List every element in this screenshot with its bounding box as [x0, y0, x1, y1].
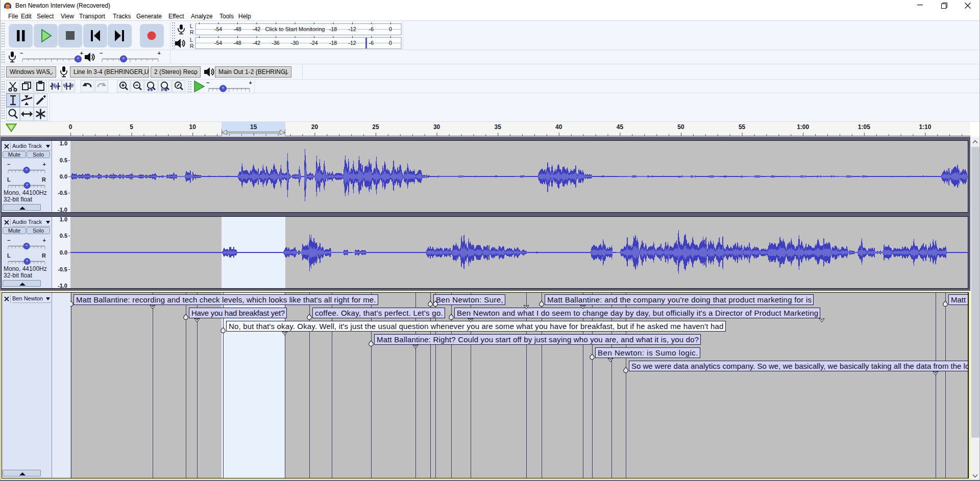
- svg-text:-36: -36: [272, 40, 279, 46]
- svg-text:15: 15: [250, 123, 257, 131]
- svg-text:-42: -42: [253, 26, 260, 32]
- svg-text:+: +: [80, 50, 83, 56]
- svg-text:+: +: [249, 80, 252, 86]
- svg-text:+: +: [43, 162, 46, 167]
- svg-text:30: 30: [433, 123, 440, 131]
- svg-text:−: −: [206, 80, 209, 86]
- svg-text:-12: -12: [348, 26, 356, 32]
- svg-text:5: 5: [130, 123, 133, 131]
- svg-text:-30: -30: [291, 40, 299, 46]
- svg-text:1:10: 1:10: [919, 123, 931, 131]
- svg-text:R: R: [190, 43, 194, 49]
- svg-text:40: 40: [555, 123, 562, 131]
- svg-text:-18: -18: [329, 26, 337, 32]
- svg-text:0: 0: [389, 40, 392, 46]
- svg-text:50: 50: [677, 123, 684, 131]
- svg-text:L: L: [190, 37, 193, 43]
- svg-text:1:05: 1:05: [858, 123, 870, 131]
- svg-text:-18: -18: [329, 40, 337, 46]
- svg-text:L: L: [7, 177, 11, 183]
- svg-text:-6: -6: [369, 26, 374, 32]
- svg-text:-24: -24: [310, 40, 317, 46]
- svg-text:-6: -6: [369, 40, 374, 46]
- svg-text:55: 55: [739, 123, 746, 131]
- svg-text:Click to Start Monitoring: Click to Start Monitoring: [265, 26, 325, 32]
- svg-text:20: 20: [311, 123, 318, 131]
- svg-text:−: −: [7, 238, 10, 243]
- svg-text:L: L: [190, 23, 193, 29]
- svg-text:45: 45: [617, 123, 624, 131]
- svg-text:+: +: [43, 238, 46, 243]
- svg-text:−: −: [100, 50, 103, 56]
- svg-text:25: 25: [372, 123, 379, 131]
- svg-text:0: 0: [389, 26, 392, 32]
- svg-text:1:00: 1:00: [797, 123, 809, 131]
- svg-text:-42: -42: [253, 40, 260, 46]
- svg-text:-54: -54: [214, 26, 222, 32]
- svg-text:R: R: [42, 253, 46, 259]
- svg-text:R: R: [190, 29, 194, 35]
- svg-text:-48: -48: [233, 26, 241, 32]
- svg-text:-54: -54: [214, 40, 222, 46]
- svg-text:−: −: [7, 162, 10, 167]
- svg-text:−: −: [20, 50, 23, 56]
- svg-text:10: 10: [189, 123, 197, 131]
- svg-text:R: R: [42, 177, 46, 183]
- svg-text:-48: -48: [233, 40, 241, 46]
- svg-text:-12: -12: [348, 40, 356, 46]
- svg-text:L: L: [7, 253, 11, 259]
- svg-text:35: 35: [495, 123, 502, 131]
- svg-text:0: 0: [69, 123, 72, 131]
- svg-text:+: +: [158, 50, 161, 56]
